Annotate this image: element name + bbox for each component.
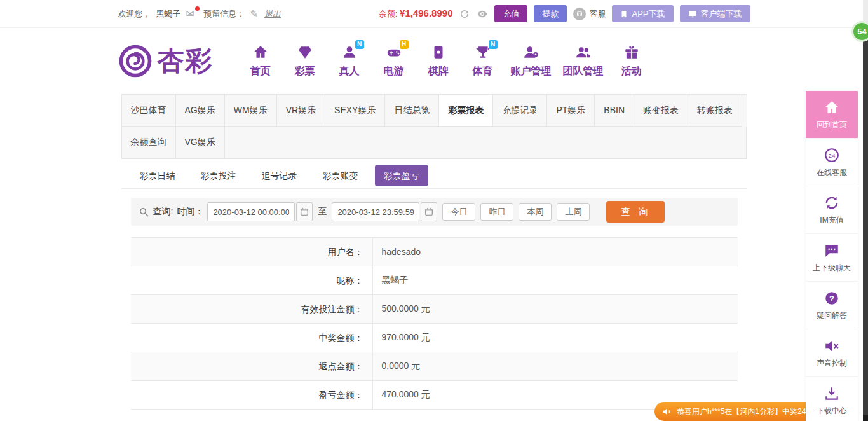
calendar-from-button[interactable] [296,202,313,221]
profit-loss-table: 用户名： hadesado 昵称： 黑蝎子 有效投注金额： 500.0000 元… [131,237,738,410]
mahjong-tile-icon [430,44,447,63]
home-icon [824,99,840,116]
nav-label: 电游 [377,65,410,78]
recharge-button[interactable]: 充值 [494,5,527,22]
date-from-input[interactable] [207,202,295,221]
sidebar-label: 上下级聊天 [813,263,851,273]
topbar-right: 余额: ¥1,496.8990 充值 提款 客服 [379,5,750,22]
tab-item[interactable]: AG娱乐 [176,95,225,127]
lottery-subtabs: 彩票日结 彩票投注 追号记录 彩票账变 彩票盈亏 [121,159,747,189]
im-recharge-icon [824,195,840,211]
tab-item[interactable]: 转账报表 [688,95,742,127]
row-label: 有效投注金额： [131,295,373,323]
quick-today-button[interactable]: 今日 [442,203,475,221]
subtab-item[interactable]: 彩票投注 [192,165,245,186]
tab-item[interactable]: VG娱乐 [176,127,225,158]
client-download-button[interactable]: 客户端下载 [680,5,750,22]
tab-item-active[interactable]: 彩票报表 [439,95,493,127]
floating-counter-badge[interactable]: 54 [851,21,868,42]
refresh-balance-icon[interactable] [459,8,470,20]
winner-notice-text: 恭喜用户h***5在【河内1分彩】中奖2484 [677,406,806,417]
nav-label: 彩票 [288,65,322,78]
brand-logo[interactable]: 杏彩 [118,43,214,79]
date-to-input[interactable] [332,202,419,221]
sidebar-item-sound-control[interactable]: 声音控制 [806,329,858,377]
row-value: 470.0000 元 [373,389,430,401]
tabs-filler [225,127,747,158]
search-submit-button[interactable]: 查 询 [606,201,665,223]
nav-item-egames[interactable]: H 电游 [377,44,410,78]
home-icon [252,44,269,63]
tab-item[interactable]: VR娱乐 [277,95,325,127]
sidebar-item-im-recharge[interactable]: IM充值 [806,186,858,234]
withdraw-button[interactable]: 提款 [534,5,567,22]
tab-item[interactable]: BBIN [595,95,634,127]
nav-item-promotions[interactable]: 活动 [615,44,648,78]
quick-yesterday-button[interactable]: 昨日 [480,203,513,221]
table-row: 有效投注金额： 500.0000 元 [131,295,738,324]
nav-item-home[interactable]: 首页 [244,44,277,78]
app-download-button[interactable]: APP下载 [612,5,673,22]
notification-dot [195,6,200,11]
username-link[interactable]: 黑蝎子 [156,8,181,20]
tab-item[interactable]: SEXY娱乐 [325,95,385,127]
subtab-item-active[interactable]: 彩票盈亏 [375,165,428,186]
table-row: 盈亏金额： 470.0000 元 [131,381,738,410]
service-24-icon: 24 [824,147,840,163]
tab-item[interactable]: WM娱乐 [225,95,277,127]
nav-item-lottery[interactable]: 彩票 [288,44,322,78]
logout-link[interactable]: 退出 [264,8,281,20]
nav-item-live[interactable]: N 真人 [333,44,366,78]
table-row: 返点金额： 0.0000 元 [131,352,738,381]
new-badge: N [355,40,364,49]
subtab-item[interactable]: 彩票账变 [314,165,367,186]
tab-item[interactable]: 充提记录 [493,95,547,127]
logo-swirl-icon [118,44,153,78]
calendar-icon [300,207,309,216]
tab-item[interactable]: 沙巴体育 [122,95,176,127]
tab-item[interactable]: PT娱乐 [547,95,595,127]
quick-lastweek-button[interactable]: 上周 [557,203,590,221]
sidebar-item-online-service[interactable]: 24 在线客服 [806,139,858,186]
megaphone-icon [662,406,672,417]
sidebar-item-faq[interactable]: ? 疑问解答 [806,282,858,329]
table-row: 昵称： 黑蝎子 [131,266,738,295]
reserved-info-label: 预留信息： [204,8,245,20]
quick-thisweek-button[interactable]: 本周 [519,203,552,221]
nav-label: 账户管理 [511,65,552,78]
mail-icon[interactable]: ✉ [186,8,199,20]
nav-label: 棋牌 [422,65,455,78]
time-label: 时间： [177,206,203,217]
scrollbar[interactable] [863,0,868,421]
tab-item[interactable]: 账变报表 [634,95,688,127]
sidebar-item-back-home[interactable]: 回到首页 [806,91,858,139]
balance: 余额: ¥1,496.8990 [379,8,453,20]
customer-service-link[interactable]: 客服 [573,8,606,20]
nav-item-sports[interactable]: N 体育 [466,44,499,78]
eye-icon[interactable] [477,8,488,20]
winner-notice-bar[interactable]: 恭喜用户h***5在【河内1分彩】中奖2484 [654,402,806,421]
sidebar-label: IM充值 [820,215,843,226]
subtab-item[interactable]: 彩票日结 [131,165,184,186]
tab-item[interactable]: 日结总览 [385,95,439,127]
main-nav: 首页 彩票 N 真人 [244,44,648,78]
topbar-left: 欢迎您， 黑蝎子 ✉ 预留信息： ✎ 退出 [118,8,281,20]
row-label: 昵称： [131,266,373,294]
nav-label: 真人 [333,65,366,78]
nav-item-team-management[interactable]: 团队管理 [563,44,604,78]
edit-icon[interactable]: ✎ [250,8,259,20]
team-icon [575,44,592,63]
account-gear-icon [523,44,539,63]
topbar-inner: 欢迎您， 黑蝎子 ✉ 预留信息： ✎ 退出 余额: ¥1,496.8990 充值 [118,0,750,27]
sidebar-item-download-center[interactable]: 下载中心 [806,377,858,421]
nav-label: 团队管理 [563,65,604,78]
tab-item[interactable]: 余额查询 [122,127,176,158]
new-badge: N [489,40,498,49]
welcome-text: 欢迎您， [118,8,151,20]
nav-item-boardgames[interactable]: 棋牌 [422,44,455,78]
calendar-to-button[interactable] [421,202,437,221]
sidebar-item-hierarchy-chat[interactable]: 上下级聊天 [806,234,858,282]
subtab-item[interactable]: 追号记录 [253,165,306,186]
phone-icon [620,10,628,18]
nav-item-account-management[interactable]: 账户管理 [511,44,552,78]
